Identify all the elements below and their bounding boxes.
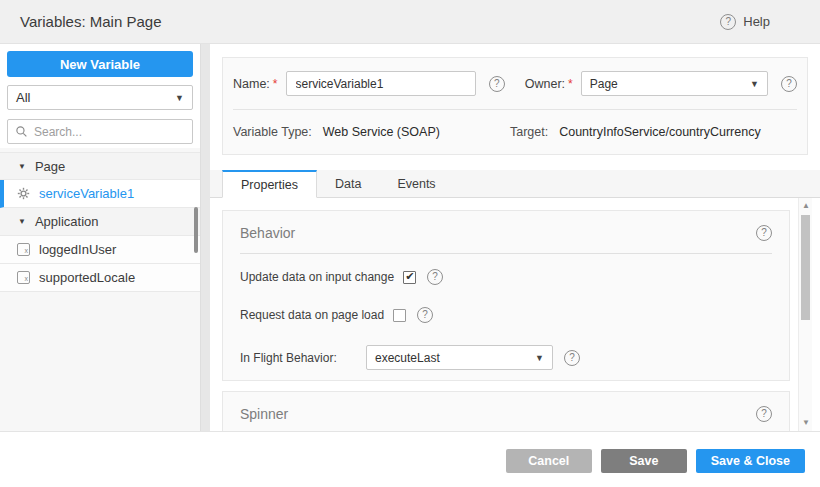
owner-value: Page <box>590 77 618 91</box>
dialog-footer: Cancel Save Save & Close <box>0 431 820 487</box>
required-marker: * <box>273 77 278 91</box>
target-group: Target: CountryInfoService/countryCurren… <box>510 125 761 139</box>
tree-item-servicevariable1[interactable]: serviceVariable1 <box>0 180 200 208</box>
collapse-icon: ▼ <box>18 162 26 171</box>
owner-label: Owner:* <box>525 77 573 91</box>
spinner-section-header: Spinner ? <box>223 392 789 431</box>
tree-item-label: serviceVariable1 <box>39 186 134 201</box>
properties-panel: Behavior ? Update data on input change ?… <box>210 198 798 431</box>
chevron-down-icon: ▼ <box>175 93 184 103</box>
scroll-up-icon[interactable]: ▲ <box>799 200 813 212</box>
request-data-label: Request data on page load <box>240 308 384 322</box>
update-data-help-icon[interactable]: ? <box>427 269 443 285</box>
panel-scrollbar: ▲ ▼ <box>798 198 812 431</box>
new-variable-button[interactable]: New Variable <box>7 51 193 77</box>
spinner-help-icon[interactable]: ? <box>756 406 772 422</box>
tree-item-loggedinuser[interactable]: x loggedInUser <box>0 236 200 264</box>
dialog-header: Variables: Main Page ? Help <box>0 0 820 44</box>
save-button[interactable]: Save <box>601 449 687 473</box>
variable-summary-box: Name:* ? Owner:* Page ▼ ? Variable Type:… <box>222 57 808 155</box>
tree-item-label: supportedLocale <box>39 270 135 285</box>
search-box <box>7 119 193 144</box>
editor-tabs: Properties Data Events <box>210 170 820 198</box>
update-data-checkbox[interactable] <box>403 271 416 284</box>
chevron-down-icon: ▼ <box>750 79 759 89</box>
static-variable-icon: x <box>17 243 30 256</box>
request-data-checkbox[interactable] <box>393 309 406 322</box>
variable-filter-value: All <box>16 90 30 105</box>
help-button[interactable]: ? Help <box>720 14 770 30</box>
behavior-help-icon[interactable]: ? <box>756 225 772 241</box>
spinner-section-title: Spinner <box>240 406 288 422</box>
search-input[interactable] <box>34 125 185 139</box>
variables-dialog: Variables: Main Page ? Help New Variable… <box>0 0 820 487</box>
behavior-section: Behavior ? Update data on input change ?… <box>222 210 790 381</box>
form-divider <box>233 109 797 110</box>
target-label: Target: <box>510 125 548 139</box>
in-flight-select[interactable]: executeLast ▼ <box>366 345 553 370</box>
update-data-label: Update data on input change <box>240 270 394 284</box>
web-service-variable-icon <box>17 187 30 200</box>
cancel-button[interactable]: Cancel <box>506 449 592 473</box>
variables-sidebar: New Variable All ▼ ▼ Page <box>0 44 200 431</box>
name-help-icon[interactable]: ? <box>489 76 505 92</box>
name-owner-row: Name:* ? Owner:* Page ▼ ? <box>233 71 797 96</box>
tab-data[interactable]: Data <box>317 170 379 197</box>
save-and-close-button[interactable]: Save & Close <box>696 449 805 473</box>
search-icon <box>15 125 28 138</box>
type-target-row: Variable Type: Web Service (SOAP) Target… <box>233 125 797 139</box>
name-label: Name:* <box>233 77 278 91</box>
footer-buttons: Cancel Save Save & Close <box>506 449 805 473</box>
tree-group-page[interactable]: ▼ Page <box>0 152 200 180</box>
collapse-icon: ▼ <box>18 217 26 226</box>
tree-item-label: loggedInUser <box>39 242 116 257</box>
scroll-down-icon[interactable]: ▼ <box>799 417 813 429</box>
variable-editor: Name:* ? Owner:* Page ▼ ? Variable Type:… <box>210 44 820 431</box>
in-flight-field: In Flight Behavior: executeLast ▼ ? <box>240 345 772 370</box>
sidebar-scrollbar-thumb[interactable] <box>194 207 198 253</box>
name-input[interactable] <box>286 71 476 96</box>
chevron-down-icon: ▼ <box>535 353 544 363</box>
target-value: CountryInfoService/countryCurrency <box>559 125 760 139</box>
page-title: Variables: Main Page <box>20 13 161 30</box>
in-flight-value: executeLast <box>375 351 440 365</box>
behavior-section-header: Behavior ? <box>223 211 789 253</box>
owner-help-icon[interactable]: ? <box>781 76 797 92</box>
tree-item-supportedlocale[interactable]: x supportedLocale <box>0 264 200 292</box>
static-variable-icon: x <box>17 271 30 284</box>
sidebar-divider <box>200 44 210 431</box>
tab-events[interactable]: Events <box>379 170 453 197</box>
in-flight-label: In Flight Behavior: <box>240 351 366 365</box>
tab-properties[interactable]: Properties <box>222 170 317 198</box>
tree-group-label: Page <box>35 159 65 174</box>
required-marker: * <box>568 77 573 91</box>
variable-type-value: Web Service (SOAP) <box>323 125 440 139</box>
request-data-field: Request data on page load ? <box>240 307 772 323</box>
variable-filter-select[interactable]: All ▼ <box>7 85 193 110</box>
panel-scrollbar-thumb[interactable] <box>801 215 810 320</box>
help-label: Help <box>743 14 770 29</box>
tree-group-application[interactable]: ▼ Application <box>0 208 200 236</box>
help-icon: ? <box>720 14 736 30</box>
request-data-help-icon[interactable]: ? <box>417 307 433 323</box>
owner-select[interactable]: Page ▼ <box>581 71 768 96</box>
spinner-section: Spinner ? <box>222 391 790 431</box>
variable-type-label: Variable Type: <box>233 125 312 139</box>
tree-group-label: Application <box>35 214 99 229</box>
variables-tree: ▼ Page serviceVariable1 ▼ Application <box>0 152 200 292</box>
behavior-section-title: Behavior <box>240 225 295 241</box>
update-data-field: Update data on input change ? <box>240 269 772 285</box>
sidebar-controls: New Variable All ▼ <box>0 44 200 148</box>
in-flight-help-icon[interactable]: ? <box>564 350 580 366</box>
behavior-fields: Update data on input change ? Request da… <box>223 254 789 370</box>
